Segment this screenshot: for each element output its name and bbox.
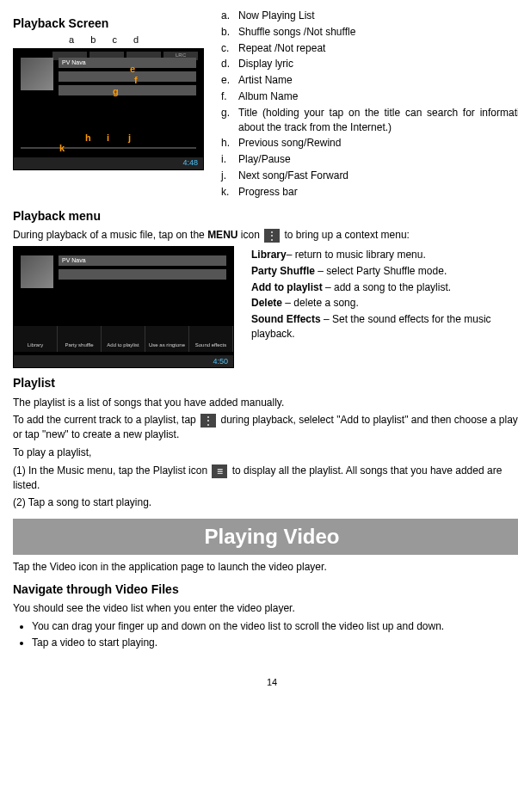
legend-txt: Now Playing List [238,9,315,23]
label-g: g [113,85,119,98]
video-bullet: You can drag your finger up and down on … [32,619,518,634]
playback-menu-title: Playback menu [13,208,518,225]
menu-icon: ⋮ [200,414,216,428]
label-b: b [90,34,96,45]
menu-row: Library Party shuffle Add to playlist Us… [14,326,233,352]
playlist-icon: ≡ [212,464,227,478]
playlist-step2: (2) Tap a song to start playing. [13,495,518,510]
playback-legend-list: a.Now Playing List b.Shuffle songs /Not … [221,9,518,201]
legend-txt: Previous song/Rewind [238,136,341,151]
legend-lt: f. [221,89,238,104]
legend-lt: j. [221,169,238,183]
title-line [59,85,196,95]
legend-txt: Artist Name [238,73,293,88]
playlist-p1: The playlist is a list of songs that you… [13,396,518,410]
album-art [21,255,53,288]
legend-txt: Display lyric [238,57,293,71]
label-k: k [59,142,65,155]
playlist-p2: To add the current track to a playlist, … [13,413,518,442]
status-bar: 4:50 [14,355,233,367]
progress-bar [21,147,196,149]
legend-txt: Shuffle songs /Not shuffle [238,25,355,40]
video-nav-title: Navigate through Video Files [13,581,518,599]
legend-txt: Play/Pause [238,152,291,167]
label-d: d [133,34,139,45]
label-j: j [128,132,131,145]
video-nav-intro: You should see the video list when you e… [13,601,518,616]
legend-lt: b. [221,25,238,40]
legend-lt: a. [221,9,238,23]
menu-item: Party shuffle [58,326,102,352]
legend-lt: e. [221,73,238,88]
label-i: i [107,132,109,145]
label-h: h [85,132,91,145]
album-line [59,71,196,82]
label-c: c [112,34,117,45]
label-a: a [69,34,74,45]
album-art [21,58,53,90]
video-bullets: You can drag your finger up and down on … [13,619,518,650]
playback-screen-title: Playback Screen [13,15,204,33]
video-intro: Tap the Video icon in the application pa… [13,560,518,575]
legend-txt: Repeat /Not repeat [238,41,325,56]
menu-item: Use as ringtone [145,326,189,352]
page-number: 14 [13,676,518,689]
artist-line: PV Nava [59,58,196,68]
menu-icon: ⋮ [264,229,280,243]
album-line [59,269,226,280]
video-bullet: Tap a video to start playing. [32,636,518,650]
legend-txt: Album Name [238,89,298,104]
legend-txt: Title (holding your tap on the title can… [238,106,518,135]
legend-lt: i. [221,152,238,167]
playback-menu-intro: During playback of a music file, tap on … [13,228,518,243]
menu-item: Sound effects [189,326,233,352]
artist-line: PV Nava [59,255,226,266]
menu-definitions: Library– return to music library menu. P… [251,246,518,343]
track-info: PV Nava [59,58,196,99]
video-banner: Playing Video [13,519,518,555]
menu-item: Add to playlist [102,326,145,352]
legend-lt: k. [221,185,238,200]
playlist-p3: To play a playlist, [13,446,518,460]
playback-screenshot: LRC PV Nava e f g h i j k 4:48 [13,48,204,170]
playlist-step1: (1) In the Music menu, tap the Playlist … [13,464,518,493]
legend-lt: c. [221,41,238,56]
track-info: PV Nava [59,255,226,283]
menu-item: Library [14,326,58,352]
legend-lt: d. [221,57,238,71]
legend-lt: h. [221,136,238,151]
legend-txt: Next song/Fast Forward [238,169,348,183]
legend-txt: Progress bar [238,185,298,200]
label-row-top: a b c d [13,36,204,48]
playlist-title: Playlist [13,375,518,392]
legend-lt: g. [221,106,238,135]
status-bar: 4:48 [14,157,203,169]
label-f: f [134,74,138,87]
menu-screenshot: PV Nava Library Party shuffle Add to pla… [13,246,234,368]
